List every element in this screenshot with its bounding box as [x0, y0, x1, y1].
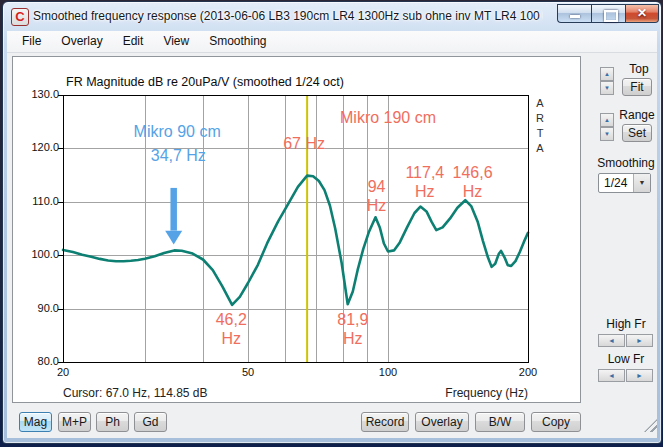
y-axis-tick-label: 100.0 [15, 248, 59, 260]
action-button-copy[interactable]: Copy [531, 412, 581, 432]
top-label: Top [620, 62, 658, 76]
range-spinner-up-button[interactable]: ▲ [600, 113, 614, 127]
smoothing-value: 1/24 [604, 176, 627, 190]
low-fr-label: Low Fr [599, 352, 653, 366]
range-spinner-down-button[interactable]: ▼ [600, 127, 614, 141]
frequency-response-plot[interactable] [57, 95, 535, 369]
plot-border [64, 96, 529, 363]
y-axis-tick-label: 130.0 [15, 88, 59, 100]
view-button-gd[interactable]: Gd [134, 412, 167, 432]
chart-panel: FR Magnitude dB re 20uPa/V (smoothed 1/2… [12, 56, 581, 403]
menu-bar: FileOverlayEditViewSmoothing [7, 31, 657, 53]
x-axis-tick-label: 50 [228, 366, 268, 378]
x-axis-title: Frequency (Hz) [363, 386, 528, 400]
arta-watermark-letter: T [532, 126, 548, 141]
arta-app-icon: C [11, 8, 29, 26]
range-label: Range [615, 108, 659, 122]
high-fr-label: High Fr [599, 317, 653, 331]
high-fr-right-button[interactable]: ► [626, 334, 653, 347]
top-spinner-down-button[interactable]: ▼ [600, 81, 614, 95]
screen: C Smoothed frequency response (2013-06-0… [0, 0, 663, 447]
y-axis-tick-label: 120.0 [15, 141, 59, 153]
chart-title: FR Magnitude dB re 20uPa/V (smoothed 1/2… [66, 75, 344, 89]
low-fr-left-button[interactable]: ◄ [598, 369, 625, 382]
client-area: FR Magnitude dB re 20uPa/V (smoothed 1/2… [7, 53, 657, 438]
menu-item-file[interactable]: File [12, 31, 51, 52]
smoothing-dropdown[interactable]: 1/24 ▼ [598, 173, 651, 193]
maximize-button[interactable] [591, 4, 626, 23]
menu-item-overlay[interactable]: Overlay [51, 31, 112, 52]
fit-button[interactable]: Fit [622, 78, 652, 96]
x-axis-tick-label: 20 [43, 366, 83, 378]
plot-area[interactable] [57, 95, 535, 369]
action-button-bw[interactable]: B/W [475, 412, 525, 432]
close-button[interactable]: ✕ [626, 4, 659, 23]
cursor-readout: Cursor: 67.0 Hz, 114.85 dB [63, 386, 208, 400]
high-fr-left-button[interactable]: ◄ [598, 334, 625, 347]
menu-item-view[interactable]: View [153, 31, 199, 52]
x-axis-tick-label: 200 [508, 366, 548, 378]
y-axis-tick-label: 110.0 [15, 195, 59, 207]
arta-watermark-letter: A [532, 96, 548, 111]
menu-item-smoothing[interactable]: Smoothing [199, 31, 276, 52]
view-button-mag[interactable]: Mag [19, 412, 52, 432]
x-axis-tick-label: 100 [368, 366, 408, 378]
arta-watermark-letter: A [532, 141, 548, 156]
chevron-down-icon[interactable]: ▼ [633, 174, 650, 192]
action-button-record[interactable]: Record [361, 412, 409, 432]
arta-watermark-letter: R [532, 111, 548, 126]
title-bar[interactable]: C Smoothed frequency response (2013-06-0… [3, 2, 661, 31]
top-spinner-up-button[interactable]: ▲ [600, 67, 614, 81]
app-window: C Smoothed frequency response (2013-06-0… [2, 1, 662, 444]
down-arrow-icon [165, 231, 182, 245]
smoothing-label: Smoothing [593, 156, 659, 170]
action-button-overlay[interactable]: Overlay [415, 412, 469, 432]
set-button[interactable]: Set [622, 124, 652, 142]
frequency-curve [63, 176, 528, 305]
resize-grip[interactable] [644, 419, 657, 432]
view-button-ph[interactable]: Ph [96, 412, 129, 432]
low-fr-right-button[interactable]: ► [626, 369, 653, 382]
y-axis-tick-label: 90.0 [15, 302, 59, 314]
arta-watermark: ARTA [532, 96, 548, 156]
view-button-mp[interactable]: M+P [58, 412, 91, 432]
menu-item-edit[interactable]: Edit [113, 31, 154, 52]
close-icon: ✕ [626, 6, 658, 20]
minimize-button[interactable] [557, 4, 591, 23]
window-title: Smoothed frequency response (2013-06-06 … [33, 9, 543, 23]
minimize-icon [570, 15, 580, 18]
maximize-icon [604, 10, 618, 22]
